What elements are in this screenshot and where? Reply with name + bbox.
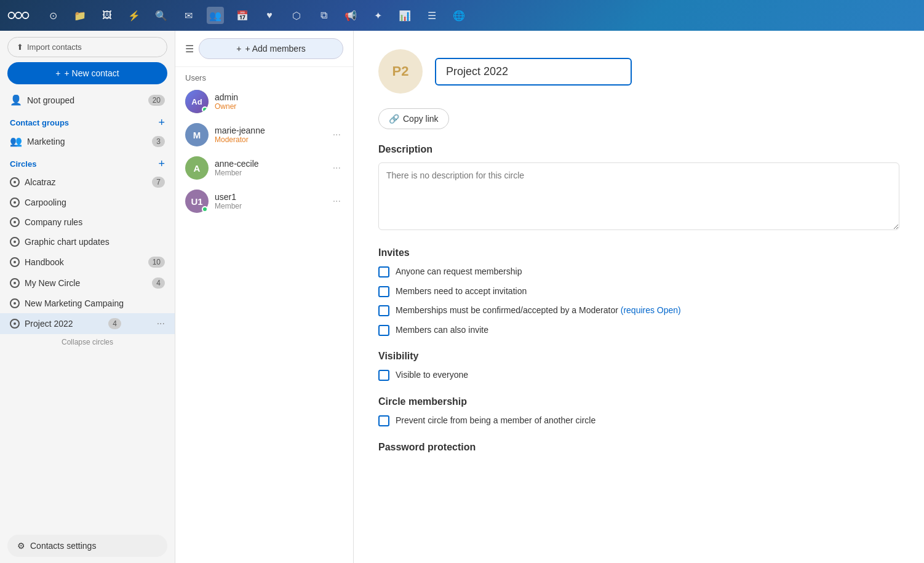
sidebar-item-new-marketing[interactable]: New Marketing Campaing [0,293,175,313]
circle-icon-alcatraz [10,177,20,187]
collapse-icon[interactable]: ☰ [185,43,194,55]
member-info-marie-jeanne: marie-jeanne Moderator [215,126,324,144]
new-marketing-label: New Marketing Campaing [25,298,124,308]
member-dots-marie-jeanne[interactable]: ··· [330,127,343,143]
nav-icon-photos[interactable]: 🖼 [98,7,116,24]
nav-icon-globe[interactable]: 🌐 [450,7,468,24]
company-rules-label: Company rules [25,217,82,227]
checkbox-moderator-confirm[interactable] [378,305,389,316]
requires-open-link[interactable]: (requires Open) [621,305,681,315]
description-textarea[interactable] [378,162,899,230]
checkbox-membership-request[interactable] [378,266,389,278]
circle-membership-section-title: Circle membership [378,396,899,407]
avatar-admin: Ad [185,90,209,113]
circle-name-input[interactable] [435,58,632,86]
circle-icon-project-2022 [10,319,20,329]
checkbox-members-invite[interactable] [378,325,389,336]
member-item-admin[interactable]: Ad admin Owner [175,85,353,118]
circle-header: P2 [378,49,899,94]
project-2022-dots[interactable]: ··· [157,318,165,329]
contact-groups-label: Contact groups [10,118,69,127]
link-icon: 🔗 [389,114,399,124]
sidebar-item-company-rules[interactable]: Company rules [0,212,175,232]
checkbox-accept-invitation[interactable] [378,286,389,297]
nav-icon-calendar[interactable]: 📅 [234,7,251,24]
circle-icon-handbook [10,257,20,267]
avatar-marie-jeanne: M [185,123,209,146]
my-new-circle-label: My New Circle [25,278,80,288]
nav-icon-star[interactable]: ✦ [369,7,386,24]
carpooling-label: Carpooling [25,198,66,207]
member-name-marie-jeanne: marie-jeanne [215,126,324,135]
member-dots-anne-cecile[interactable]: ··· [330,160,343,176]
circles-section: Circles + [0,152,175,172]
checkbox-prevent-member[interactable] [378,415,389,426]
nav-icon-activity[interactable]: ⚡ [125,7,143,24]
contacts-settings-button[interactable]: ⚙ Contacts settings [7,535,167,557]
svg-point-2 [22,12,28,18]
member-dots-user1[interactable]: ··· [330,193,343,209]
circle-icon-new-marketing [10,298,20,308]
topbar: ⊙ 📁 🖼 ⚡ 🔍 ✉ 👥 📅 ♥ ⬡ ⧉ 📢 ✦ 📊 ☰ 🌐 [0,0,924,31]
circles-label: Circles [10,159,36,169]
checkbox-label-members-invite: Members can also invite [396,324,488,337]
member-item-anne-cecile[interactable]: A anne-cecile Member ··· [175,151,353,185]
visibility-checkboxes: Visible to everyone [378,369,899,381]
checkbox-item-prevent-member: Prevent circle from being a member of an… [378,415,899,427]
checkbox-label-visible-everyone: Visible to everyone [396,369,468,381]
import-contacts-label: Import contacts [27,42,82,52]
checkbox-label-membership-request: Anyone can request membership [396,266,522,278]
add-circle-button[interactable]: + [158,158,165,169]
add-members-button[interactable]: + + Add members [199,38,343,59]
nav-icon-charts[interactable]: 📊 [396,7,413,24]
collapse-circles-link[interactable]: Collapse circles [0,334,175,350]
checkbox-item-members-invite: Members can also invite [378,324,899,337]
invites-checkboxes: Anyone can request membership Members ne… [378,266,899,336]
sidebar-item-marketing[interactable]: 👥 Marketing 3 [0,130,175,152]
app-logo[interactable] [7,9,30,22]
circle-membership-checkboxes: Prevent circle from being a member of an… [378,415,899,427]
person-icon: 👤 [10,94,22,106]
left-sidebar: ⬆ Import contacts + + New contact 👤 Not … [0,31,175,563]
copy-link-button[interactable]: 🔗 Copy link [378,108,449,129]
sidebar-item-my-new-circle[interactable]: My New Circle 4 [0,273,175,293]
main-area: ⬆ Import contacts + + New contact 👤 Not … [0,31,924,563]
sidebar-item-carpooling[interactable]: Carpooling [0,193,175,212]
checkbox-item-visible-everyone: Visible to everyone [378,369,899,381]
nav-icon-list[interactable]: ☰ [423,7,440,24]
sidebar-item-project-2022[interactable]: Project 2022 4 ··· [0,313,175,334]
add-contact-group-button[interactable]: + [158,117,165,128]
nav-icon-broadcast[interactable]: 📢 [342,7,359,24]
nav-icon-layers[interactable]: ⧉ [315,7,332,24]
description-section-title: Description [378,144,899,155]
member-item-marie-jeanne[interactable]: M marie-jeanne Moderator ··· [175,118,353,151]
member-info-anne-cecile: anne-cecile Member [215,159,324,177]
right-panel: P2 🔗 Copy link Description Invites Anyon… [354,31,924,563]
visibility-section-title: Visibility [378,351,899,362]
password-protection-section-title: Password protection [378,442,899,453]
sidebar-item-alcatraz[interactable]: Alcatraz 7 [0,172,175,193]
not-grouped-count: 20 [148,95,165,106]
sidebar-item-handbook[interactable]: Handbook 10 [0,252,175,273]
checkbox-visible-everyone[interactable] [378,370,389,381]
my-new-circle-count: 4 [152,278,165,289]
checkbox-label-prevent-member: Prevent circle from being a member of an… [396,415,595,427]
member-item-user1[interactable]: U1 user1 Member ··· [175,185,353,218]
avatar-anne-cecile: A [185,156,209,180]
add-members-label: + Add members [245,44,305,54]
sidebar-item-graphic-chart[interactable]: Graphic chart updates [0,232,175,252]
nav-icon-circle[interactable]: ⊙ [44,7,62,24]
nav-icon-search[interactable]: 🔍 [153,7,170,24]
nav-icon-github[interactable]: ⬡ [288,7,305,24]
circle-icon-my-new-circle [10,278,20,288]
nav-icon-files[interactable]: 📁 [71,7,89,24]
svg-point-0 [9,12,15,18]
graphic-chart-label: Graphic chart updates [25,237,110,247]
marketing-count: 3 [152,136,165,147]
sidebar-item-not-grouped[interactable]: 👤 Not grouped 20 [0,89,175,111]
import-contacts-button[interactable]: ⬆ Import contacts [7,37,167,57]
nav-icon-mail[interactable]: ✉ [180,7,197,24]
new-contact-button[interactable]: + + New contact [7,62,167,84]
nav-icon-favorites[interactable]: ♥ [261,7,278,24]
nav-icon-contacts[interactable]: 👥 [207,7,224,24]
